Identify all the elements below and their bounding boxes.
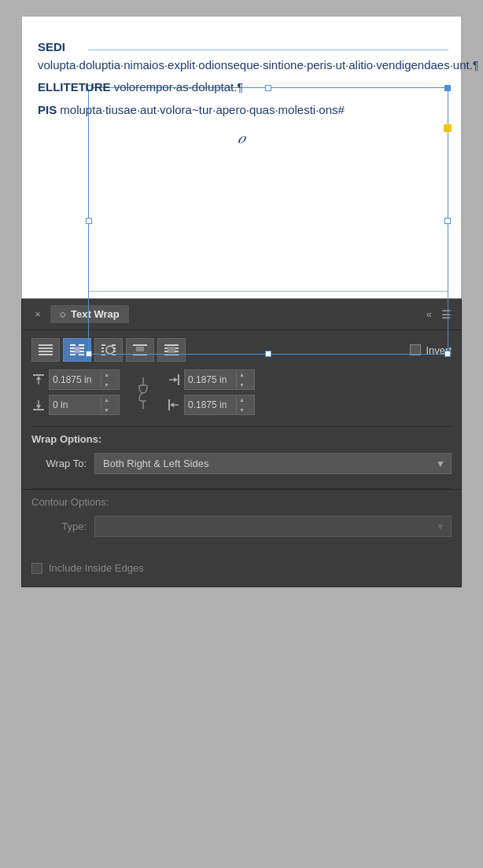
- handle-bottom-mid[interactable]: [265, 351, 271, 357]
- svg-marker-34: [36, 376, 41, 380]
- svg-rect-4: [70, 344, 76, 346]
- offset-left-input[interactable]: [185, 399, 236, 410]
- wrap-options-title: Wrap Options:: [31, 433, 452, 445]
- offset-left-spin-down[interactable]: ▼: [237, 405, 247, 415]
- offsets-right: ▲ ▼: [167, 370, 255, 415]
- offset-bottom-spinners: ▲ ▼: [101, 395, 112, 415]
- contour-options-title: Contour Options:: [31, 496, 452, 508]
- svg-rect-43: [168, 399, 170, 410]
- offset-left-input-box: ▲ ▼: [184, 395, 255, 415]
- offset-top-icon: [31, 373, 46, 387]
- offset-left-spinners: ▲ ▼: [236, 395, 247, 415]
- panel-close-button[interactable]: ×: [31, 308, 44, 321]
- handle-mid-left[interactable]: [86, 218, 92, 224]
- svg-rect-35: [33, 409, 44, 410]
- svg-marker-37: [36, 405, 41, 409]
- pilcrow-1: ¶: [473, 59, 479, 72]
- svg-rect-10: [70, 354, 76, 355]
- type-row: Type: ▼: [31, 516, 452, 537]
- doc-text-1: volupta·doluptia·nimaios·explit·odionseq…: [38, 58, 473, 72]
- doc-bold-3: PIS: [38, 103, 57, 116]
- diamond-icon: ◇: [60, 310, 66, 318]
- include-edges-label: Include Inside Edges: [49, 562, 144, 574]
- offset-bottom-spin-up[interactable]: ▲: [101, 395, 112, 405]
- svg-rect-3: [39, 354, 53, 355]
- svg-marker-42: [174, 377, 178, 382]
- offset-top-input[interactable]: [50, 374, 101, 385]
- wrap-to-label: Wrap To:: [31, 458, 87, 469]
- text-content: SEDI volupta·doluptia·nimaios·explit·odi…: [35, 32, 448, 125]
- doc-bold-1: SEDI: [38, 40, 65, 53]
- svg-rect-11: [79, 354, 84, 355]
- offset-left-spin-up[interactable]: ▲: [237, 395, 247, 405]
- offset-bottom-icon: [31, 398, 46, 412]
- type-dropdown[interactable]: [94, 516, 452, 537]
- offset-right-row: ▲ ▼: [167, 370, 255, 390]
- doc-paragraph-3: PIS molupta·tiusae·aut·volora~tur·apero·…: [38, 101, 445, 120]
- offset-right-input-box: ▲ ▼: [184, 370, 255, 390]
- doc-paragraph-1: SEDI volupta·doluptia·nimaios·explit·odi…: [38, 39, 445, 74]
- chain-link-icon: [135, 377, 151, 409]
- offset-left-row: ▲ ▼: [167, 395, 255, 415]
- doc-bold-2: ELLITETURE: [38, 80, 111, 94]
- svg-rect-32: [33, 374, 44, 376]
- svg-rect-12: [75, 347, 79, 353]
- svg-rect-40: [178, 374, 179, 385]
- offset-bottom-input-box: ▲ ▼: [49, 395, 120, 415]
- handle-bottom-left[interactable]: [86, 351, 92, 357]
- handle-bottom-right[interactable]: [444, 351, 451, 357]
- include-edges-checkbox[interactable]: [31, 563, 42, 574]
- offset-top-input-box: ▲ ▼: [49, 370, 120, 390]
- offset-top-spin-down[interactable]: ▼: [101, 380, 112, 390]
- svg-rect-5: [79, 344, 84, 346]
- offset-right-spin-down[interactable]: ▼: [237, 380, 247, 390]
- offset-right-spin-up[interactable]: ▲: [237, 370, 247, 380]
- offsets-container: ▲ ▼: [22, 370, 461, 426]
- svg-rect-0: [39, 344, 53, 346]
- doc-text-2: volorempor·as·doluptat.: [111, 80, 238, 94]
- offset-bottom-input[interactable]: [50, 399, 101, 410]
- yellow-handle[interactable]: [444, 124, 452, 132]
- wrap-to-dropdown-wrap: Both Right & Left Sides Right Side Left …: [94, 453, 452, 474]
- wrap-to-row: Wrap To: Both Right & Left Sides Right S…: [31, 453, 452, 474]
- doc-paragraph-2: ELLITETURE volorempor·as·doluptat.¶: [38, 79, 445, 97]
- offset-right-icon: [167, 373, 181, 387]
- offset-top-spinners: ▲ ▼: [101, 370, 112, 390]
- wrap-none-icon: [37, 341, 54, 359]
- type-dropdown-wrap: ▼: [94, 516, 452, 537]
- handle-mid-right[interactable]: [444, 218, 451, 224]
- wrap-bounding-icon: [68, 341, 86, 359]
- contour-options-section: Contour Options: Type: ▼: [22, 489, 461, 556]
- wrap-options-section: Wrap Options: Wrap To: Both Right & Left…: [22, 427, 461, 488]
- svg-marker-45: [170, 403, 174, 407]
- chain-link-area: [135, 377, 151, 409]
- svg-rect-1: [39, 348, 53, 349]
- pilcrow-2: ¶: [237, 81, 243, 94]
- offsets-left: ▲ ▼: [31, 370, 120, 415]
- wrap-mode-bounding-box[interactable]: [63, 338, 91, 362]
- offset-left-icon: [167, 398, 181, 412]
- type-label: Type:: [31, 520, 87, 532]
- wrap-mode-none[interactable]: [31, 338, 60, 362]
- doc-text-3: molupta·tiusae·aut·volora~tur·apero·quas…: [57, 103, 345, 116]
- offset-bottom-spin-down[interactable]: ▼: [101, 405, 112, 415]
- offset-top-spin-up[interactable]: ▲: [101, 370, 112, 380]
- offset-right-input[interactable]: [185, 374, 236, 385]
- include-edges-row: Include Inside Edges: [22, 556, 461, 587]
- selection-box[interactable]: [88, 87, 448, 355]
- svg-rect-2: [39, 351, 53, 352]
- offset-top-row: ▲ ▼: [31, 370, 120, 390]
- offset-bottom-row: ▲ ▼: [31, 395, 120, 415]
- text-cursor: 𝑜: [238, 129, 245, 147]
- document-preview: SEDI volupta·doluptia·nimaios·explit·odi…: [21, 16, 462, 299]
- wrap-to-dropdown[interactable]: Both Right & Left Sides Right Side Left …: [94, 453, 452, 474]
- main-container: SEDI volupta·doluptia·nimaios·explit·odi…: [21, 16, 462, 587]
- offset-right-spinners: ▲ ▼: [236, 370, 247, 390]
